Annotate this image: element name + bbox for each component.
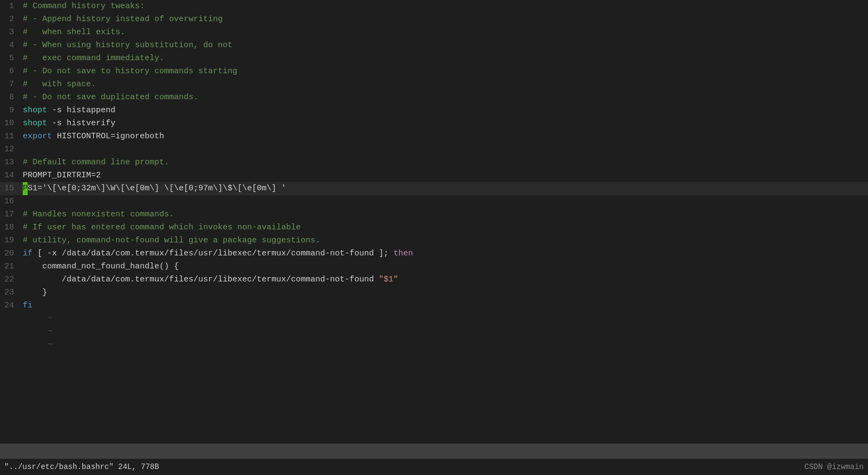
line-content: # with space. <box>21 78 96 91</box>
line-number: 3 <box>0 26 21 39</box>
line-number: 17 <box>0 208 21 221</box>
line-content: export HISTCONTROL=ignoreboth <box>21 130 164 143</box>
line-number: 7 <box>0 78 21 91</box>
line-content: # when shell exits. <box>21 26 125 39</box>
line-number: 10 <box>0 117 21 130</box>
code-line: 19# utility, command-not-found will give… <box>0 234 868 247</box>
code-line: 12 <box>0 143 868 156</box>
code-editor[interactable]: 1# Command history tweaks:2# - Append hi… <box>0 0 868 444</box>
line-number: 8 <box>0 91 21 104</box>
tilde-line: ~ <box>0 312 868 325</box>
code-line: 10shopt -s histverify <box>0 117 868 130</box>
line-content: # utility, command-not-found will give a… <box>21 234 320 247</box>
line-content: # Handles nonexistent commands. <box>21 208 174 221</box>
line-number: 6 <box>0 65 21 78</box>
line-number: 20 <box>0 247 21 260</box>
code-line: 7# with space. <box>0 78 868 91</box>
code-line: 4# - When using history substitution, do… <box>0 39 868 52</box>
tilde-marker: ~ <box>21 312 53 325</box>
line-number: 23 <box>0 286 21 299</box>
line-content: # - Do not save duplicated commands. <box>21 91 198 104</box>
line-content: # If user has entered command which invo… <box>21 221 301 234</box>
line-content: shopt -s histverify <box>21 117 115 130</box>
line-number: 5 <box>0 52 21 65</box>
line-content: # exec command immediately. <box>21 52 164 65</box>
code-line: 18# If user has entered command which in… <box>0 221 868 234</box>
status-bar <box>0 444 868 459</box>
tilde-line: ~ <box>0 325 868 338</box>
code-line: 14PROMPT_DIRTRIM=2 <box>0 169 868 182</box>
line-content: } <box>21 286 47 299</box>
line-number: 24 <box>0 299 21 312</box>
line-number: 22 <box>0 273 21 286</box>
code-line: 11export HISTCONTROL=ignoreboth <box>0 130 868 143</box>
line-content: # Command history tweaks: <box>21 0 145 13</box>
line-number: 9 <box>0 104 21 117</box>
line-content: # - Append history instead of overwritin… <box>21 13 223 26</box>
code-line: 2# - Append history instead of overwriti… <box>0 13 868 26</box>
line-number: 14 <box>0 169 21 182</box>
line-content: # Default command line prompt. <box>21 156 169 169</box>
code-line: 5# exec command immediately. <box>0 52 868 65</box>
line-content: /data/data/com.termux/files/usr/libexec/… <box>21 273 398 286</box>
author-info: CSDN @izwmain <box>805 463 864 471</box>
line-number: 15 <box>0 182 21 195</box>
line-number: 21 <box>0 260 21 273</box>
line-content: PS1='\[\e[0;32m\]\W\[\e[0m\] \[\e[0;97m\… <box>21 182 286 195</box>
line-content: # - Do not save to history commands star… <box>21 65 237 78</box>
code-line: 16 <box>0 195 868 208</box>
line-content: shopt -s histappend <box>21 104 115 117</box>
line-number: 19 <box>0 234 21 247</box>
line-number: 1 <box>0 0 21 13</box>
line-content: PROMPT_DIRTRIM=2 <box>21 169 101 182</box>
line-number: 2 <box>0 13 21 26</box>
code-line: 3# when shell exits. <box>0 26 868 39</box>
code-line: 21 command_not_found_handle() { <box>0 260 868 273</box>
code-line: 24fi <box>0 299 868 312</box>
code-line: 1# Command history tweaks: <box>0 0 868 13</box>
tilde-line: ~ <box>0 338 868 351</box>
code-line: 13# Default command line prompt. <box>0 156 868 169</box>
line-content: if [ -x /data/data/com.termux/files/usr/… <box>21 247 413 260</box>
line-content: command_not_found_handle() { <box>21 260 179 273</box>
tilde-marker: ~ <box>21 338 53 351</box>
code-line: 6# - Do not save to history commands sta… <box>0 65 868 78</box>
code-line: 17# Handles nonexistent commands. <box>0 208 868 221</box>
code-line: 9shopt -s histappend <box>0 104 868 117</box>
file-info: "../usr/etc/bash.bashrc" 24L, 778B <box>4 463 159 471</box>
tilde-marker: ~ <box>21 325 53 338</box>
code-line: 22 /data/data/com.termux/files/usr/libex… <box>0 273 868 286</box>
bottom-bar: "../usr/etc/bash.bashrc" 24L, 778B CSDN … <box>0 459 868 475</box>
line-number: 13 <box>0 156 21 169</box>
line-number: 18 <box>0 221 21 234</box>
code-line: 23 } <box>0 286 868 299</box>
code-line: 8# - Do not save duplicated commands. <box>0 91 868 104</box>
line-number: 16 <box>0 195 21 208</box>
line-content: # - When using history substitution, do … <box>21 39 232 52</box>
code-line: 15PS1='\[\e[0;32m\]\W\[\e[0m\] \[\e[0;97… <box>0 182 868 195</box>
line-number: 4 <box>0 39 21 52</box>
line-number: 12 <box>0 143 21 156</box>
code-line: 20if [ -x /data/data/com.termux/files/us… <box>0 247 868 260</box>
line-content: fi <box>21 299 33 312</box>
line-number: 11 <box>0 130 21 143</box>
